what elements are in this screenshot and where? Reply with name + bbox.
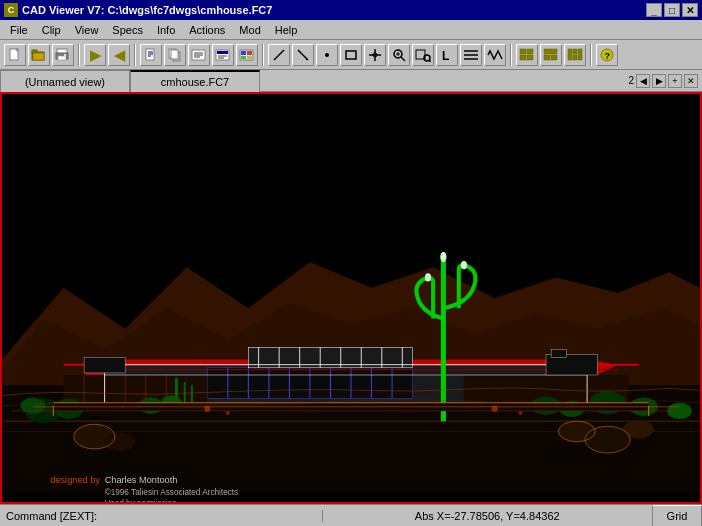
line-diag1-icon <box>272 48 286 62</box>
svg-point-126 <box>105 432 136 450</box>
doc3-button[interactable] <box>188 44 210 66</box>
cross-icon <box>368 48 382 62</box>
close-button[interactable]: ✕ <box>682 3 698 17</box>
menu-actions[interactable]: Actions <box>183 22 231 38</box>
separator-1 <box>78 44 80 66</box>
rect-button[interactable] <box>340 44 362 66</box>
svg-rect-4 <box>32 50 37 53</box>
new-button[interactable] <box>4 44 26 66</box>
wave-button[interactable] <box>484 44 506 66</box>
doc2-icon <box>168 48 182 62</box>
print-button[interactable] <box>52 44 74 66</box>
title-bar-left: C CAD Viewer V7: C:\dwgs\fc7dwgs\cmhouse… <box>4 3 272 17</box>
print-icon <box>55 48 71 62</box>
doc3-icon <box>191 48 207 62</box>
menu-specs[interactable]: Specs <box>106 22 149 38</box>
svg-line-39 <box>401 57 405 61</box>
menu-clip[interactable]: Clip <box>36 22 67 38</box>
title-bar-text: CAD Viewer V7: C:\dwgs\fc7dwgs\cmhouse.F… <box>22 4 272 16</box>
svg-rect-58 <box>578 49 582 60</box>
svg-rect-28 <box>241 56 246 59</box>
cross-button[interactable] <box>364 44 386 66</box>
svg-rect-57 <box>573 49 577 54</box>
rect-icon <box>344 48 358 62</box>
svg-rect-51 <box>520 55 526 60</box>
L-shape-icon: L <box>440 48 454 62</box>
svg-point-142 <box>518 411 522 415</box>
tab-next-button[interactable]: ▶ <box>652 74 666 88</box>
svg-rect-101 <box>84 358 125 373</box>
menu-file[interactable]: File <box>4 22 34 38</box>
svg-rect-27 <box>247 51 252 55</box>
cad-drawing: designed by Charles Montooth ©1996 Talie… <box>2 94 700 502</box>
doc5-icon <box>239 48 255 62</box>
svg-rect-59 <box>573 55 577 60</box>
svg-rect-53 <box>544 49 557 54</box>
L-shape-button[interactable]: L <box>436 44 458 66</box>
svg-point-33 <box>325 53 329 57</box>
doc4-icon <box>215 48 231 62</box>
back-button[interactable]: ◀ <box>108 44 130 66</box>
svg-point-141 <box>492 406 498 412</box>
zoom-box-button[interactable] <box>412 44 434 66</box>
svg-point-139 <box>204 406 210 412</box>
lines-button[interactable] <box>460 44 482 66</box>
svg-point-129 <box>623 420 654 438</box>
separator-3 <box>262 44 264 66</box>
tab-bar: (Unnamed view) cmhouse.FC7 2 ◀ ▶ + ✕ <box>0 70 702 92</box>
point-button[interactable] <box>316 44 338 66</box>
svg-point-105 <box>440 252 446 262</box>
menu-bar: File Clip View Specs Info Actions Mod He… <box>0 20 702 40</box>
menu-help[interactable]: Help <box>269 22 304 38</box>
grid2-button[interactable] <box>540 44 562 66</box>
tab-close-button[interactable]: ✕ <box>684 74 698 88</box>
lines-icon <box>463 48 479 62</box>
svg-point-140 <box>226 411 230 415</box>
svg-rect-103 <box>551 349 566 357</box>
svg-rect-49 <box>520 49 526 54</box>
tab-cmhouse[interactable]: cmhouse.FC7 <box>130 70 260 92</box>
separator-5 <box>590 44 592 66</box>
main-content: (Unnamed view) cmhouse.FC7 2 ◀ ▶ + ✕ <box>0 70 702 504</box>
new-icon <box>8 48 22 62</box>
svg-text:Used by permission: Used by permission <box>105 499 177 502</box>
doc5-button[interactable] <box>236 44 258 66</box>
cad-viewport[interactable]: designed by Charles Montooth ©1996 Talie… <box>0 92 702 504</box>
menu-info[interactable]: Info <box>151 22 181 38</box>
menu-mod[interactable]: Mod <box>233 22 266 38</box>
doc4-button[interactable] <box>212 44 234 66</box>
grid1-button[interactable] <box>516 44 538 66</box>
svg-rect-54 <box>544 55 550 60</box>
minimize-button[interactable]: _ <box>646 3 662 17</box>
doc1-icon <box>144 48 158 62</box>
grid3-icon <box>567 48 583 62</box>
svg-line-30 <box>274 50 284 60</box>
doc2-button[interactable] <box>164 44 186 66</box>
doc1-button[interactable] <box>140 44 162 66</box>
wave-icon <box>487 48 503 62</box>
tab-unnamed-view[interactable]: (Unnamed view) <box>0 70 130 92</box>
menu-view[interactable]: View <box>69 22 105 38</box>
help-button[interactable]: ? <box>596 44 618 66</box>
zoom-button[interactable] <box>388 44 410 66</box>
line-diag2-icon <box>296 48 310 62</box>
line-diag2-button[interactable] <box>292 44 314 66</box>
tab-add-button[interactable]: + <box>668 74 682 88</box>
svg-rect-52 <box>527 55 533 60</box>
back-arrow-icon: ◀ <box>114 47 125 63</box>
maximize-button[interactable]: □ <box>664 3 680 17</box>
line-diag1-button[interactable] <box>268 44 290 66</box>
svg-text:L: L <box>442 49 449 62</box>
forward-arrow-icon: ▶ <box>90 47 101 63</box>
grid-button[interactable]: Grid <box>652 505 702 526</box>
svg-text:Charles Montooth: Charles Montooth <box>105 475 178 485</box>
open-icon <box>31 48 47 62</box>
svg-point-113 <box>20 398 45 414</box>
open-button[interactable] <box>28 44 50 66</box>
forward-button[interactable]: ▶ <box>84 44 106 66</box>
svg-rect-50 <box>527 49 533 54</box>
tab-prev-button[interactable]: ◀ <box>636 74 650 88</box>
svg-rect-56 <box>568 49 572 60</box>
svg-rect-34 <box>346 51 356 59</box>
grid3-button[interactable] <box>564 44 586 66</box>
